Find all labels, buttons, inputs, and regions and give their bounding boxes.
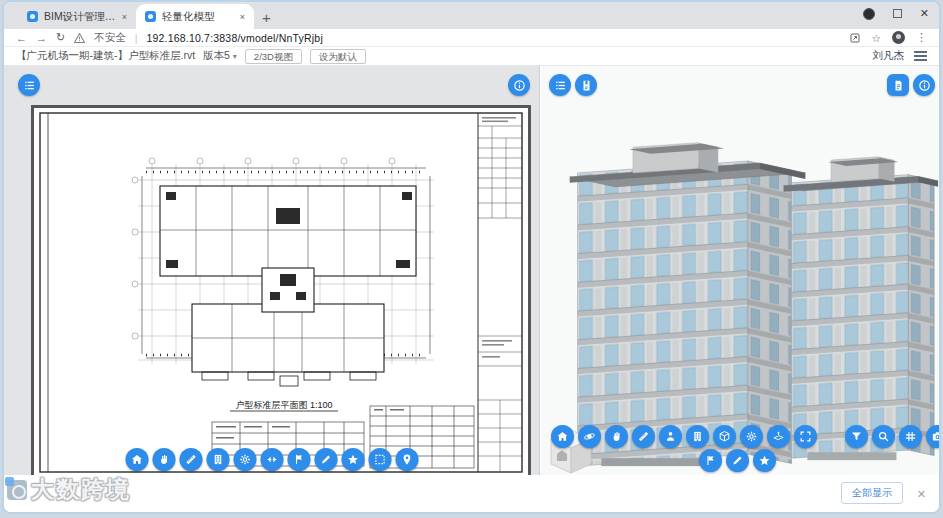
walkthrough-button[interactable] <box>659 425 682 448</box>
measure-button[interactable] <box>179 448 202 471</box>
markup-button[interactable] <box>314 448 337 471</box>
components-button[interactable] <box>233 448 256 471</box>
reload-icon[interactable]: ↻ <box>56 31 65 44</box>
model-tree-button[interactable] <box>549 74 571 96</box>
tab-title: 轻量化模型 <box>162 10 234 24</box>
bottom-close-icon[interactable]: ✕ <box>917 488 926 501</box>
drawing-toolbar <box>125 448 418 471</box>
floor-plan-drawing: 户型标准层平面图 1:100 <box>34 108 528 477</box>
filter-button[interactable] <box>845 425 868 448</box>
tab-bim-platform[interactable]: BIM设计管理平台 项目文件 × <box>18 4 136 29</box>
bottom-bar: 大数跨境 全部显示 ✕ <box>4 475 939 512</box>
watermark: 大数跨境 <box>7 474 131 505</box>
viewpoint-list-button[interactable] <box>575 74 597 96</box>
tab-close-icon[interactable]: × <box>240 12 245 22</box>
grid-button[interactable] <box>899 425 922 448</box>
orbit-button[interactable] <box>578 425 601 448</box>
tab-close-icon[interactable]: × <box>122 12 127 22</box>
user-name[interactable]: 刘凡杰 <box>873 49 905 63</box>
favorite-button[interactable] <box>341 448 364 471</box>
close-window-icon[interactable]: ✕ <box>920 7 929 20</box>
address-bar-actions: ☆ ⋮ <box>849 31 927 44</box>
home-button[interactable] <box>125 448 148 471</box>
url-separator: | <box>135 32 138 44</box>
favorite-button[interactable] <box>753 449 776 472</box>
home-button[interactable] <box>551 425 574 448</box>
markup-button[interactable] <box>726 449 749 472</box>
bookmark-star-icon[interactable]: ☆ <box>872 32 881 44</box>
toolbar-gap <box>821 425 841 448</box>
model-info-button[interactable] <box>913 74 935 96</box>
extension-icon[interactable] <box>863 8 875 20</box>
show-all-button[interactable]: 全部显示 <box>841 482 903 504</box>
share-page-icon[interactable] <box>849 32 861 44</box>
profile-avatar-icon[interactable] <box>892 31 905 44</box>
search-button[interactable] <box>872 425 895 448</box>
tab-title: BIM设计管理平台 项目文件 <box>44 10 116 24</box>
restore-window-icon[interactable] <box>893 9 902 18</box>
chevron-down-icon: ▾ <box>233 52 237 61</box>
settings-button[interactable] <box>740 425 763 448</box>
app-toolbar: 【广元机场一期-建筑-】户型标准层.rvt 版本5 ▾ 2/3D视图 设为默认 … <box>4 47 939 66</box>
model-3d-panel[interactable] <box>541 66 939 475</box>
drawing-2d-panel[interactable]: 户型标准层平面图 1:100 <box>4 66 540 475</box>
window-controls: ✕ <box>863 7 929 20</box>
viewer-split: 户型标准层平面图 1:100 <box>4 66 939 475</box>
pan-button[interactable] <box>605 425 628 448</box>
view-toggle-button[interactable]: 2/3D视图 <box>245 49 302 64</box>
measure-button[interactable] <box>632 425 655 448</box>
new-tab-button[interactable]: + <box>262 9 271 29</box>
pan-button[interactable] <box>152 448 175 471</box>
tab-strip: BIM设计管理平台 项目文件 × 轻量化模型 × + ✕ <box>4 2 939 29</box>
browser-window: BIM设计管理平台 项目文件 × 轻量化模型 × + ✕ ← → ↻ 不安全 |… <box>2 0 941 514</box>
browser-menu-icon[interactable]: ⋮ <box>916 31 927 44</box>
drawing-list-button[interactable] <box>18 74 40 96</box>
box-select-button[interactable] <box>368 448 391 471</box>
back-icon[interactable]: ← <box>16 32 27 44</box>
section-plane-button[interactable] <box>767 425 790 448</box>
drawing-info-button[interactable] <box>508 74 530 96</box>
tab-lightweight-model[interactable]: 轻量化模型 × <box>136 4 254 29</box>
snapshot-button[interactable] <box>926 425 939 448</box>
model-document-button[interactable] <box>887 74 909 96</box>
plan-title: 户型标准层平面图 1:100 <box>235 400 332 410</box>
floors-button[interactable] <box>206 448 229 471</box>
model-cube-button[interactable] <box>713 425 736 448</box>
building-3d-model[interactable] <box>541 66 939 475</box>
floors-button[interactable] <box>686 425 709 448</box>
model-toolbar-row1 <box>551 425 939 448</box>
watermark-text: 大数跨境 <box>31 474 131 505</box>
url-input[interactable]: 192.168.10.7:3838/vmodel/NnTyRjbj <box>146 32 322 44</box>
locate-button[interactable] <box>395 448 418 471</box>
forward-icon[interactable]: → <box>36 32 47 44</box>
tab-favicon <box>145 11 156 22</box>
security-label: 不安全 <box>94 31 126 45</box>
issue-flag-button[interactable] <box>699 449 722 472</box>
set-default-button[interactable]: 设为默认 <box>310 49 366 64</box>
drawing-sheet[interactable]: 户型标准层平面图 1:100 <box>31 105 531 480</box>
watermark-logo <box>7 480 27 500</box>
app-menu-icon[interactable] <box>914 49 927 63</box>
fullscreen-button[interactable] <box>794 425 817 448</box>
address-bar: ← → ↻ 不安全 | 192.168.10.7:3838/vmodel/NnT… <box>4 29 939 47</box>
version-selector[interactable]: 版本5 ▾ <box>203 49 237 63</box>
model-toolbar-row2 <box>699 449 776 472</box>
tab-favicon <box>27 11 38 22</box>
model-file-label: 【广元机场一期-建筑-】户型标准层.rvt <box>16 49 195 63</box>
not-secure-icon[interactable] <box>74 33 85 43</box>
watermark-logo-accent <box>5 477 14 486</box>
issue-flag-button[interactable] <box>287 448 310 471</box>
section-cut-button[interactable] <box>260 448 283 471</box>
